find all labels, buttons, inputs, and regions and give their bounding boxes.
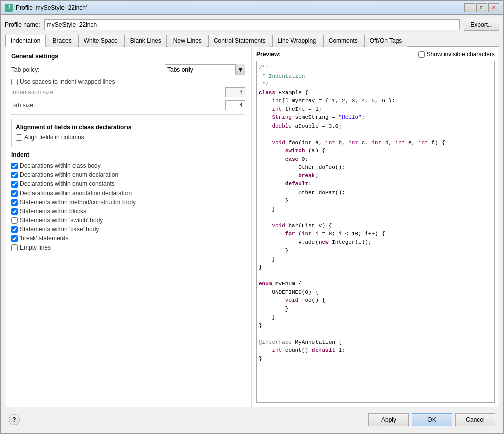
tabs-bar: Indentation Braces White Space Blank Lin… — [5, 34, 499, 47]
indent-item-0: Declarations within class body — [11, 162, 245, 169]
indent-checkbox-7[interactable] — [11, 226, 18, 233]
code-line — [259, 272, 492, 280]
main-window: J Profile 'mySeStyle_22inch' _ □ ✕ Profi… — [0, 0, 504, 434]
tab-policy-select[interactable]: Tabs only Spaces only Mixed — [165, 64, 245, 75]
indent-label-0: Declarations within class body — [20, 162, 101, 169]
code-line: * Indentation — [259, 72, 492, 81]
code-line: void bar(List v) { — [259, 222, 492, 230]
code-line: double aDouble = 3.0; — [259, 122, 492, 131]
export-button[interactable]: Export... — [464, 19, 499, 31]
code-line: void foo(int a, int b, int c, int d, int… — [259, 139, 492, 147]
profile-name-input[interactable] — [44, 19, 460, 30]
indent-checkbox-1[interactable] — [11, 172, 18, 178]
code-line: UNDEFINED(0) { — [259, 288, 492, 297]
settings-panel: General settings Tab policy: Tabs only S… — [5, 47, 252, 407]
apply-button[interactable]: Apply — [368, 413, 409, 426]
preview-area[interactable]: /** * Indentation */ class Example { int… — [256, 61, 495, 403]
alignment-title: Alignment of fields in class declaration… — [16, 123, 241, 131]
main-panel: Indentation Braces White Space Blank Lin… — [5, 34, 499, 407]
window-icon: J — [5, 4, 13, 12]
indentation-size-row: Indentation size: — [11, 87, 245, 97]
tab-comments[interactable]: Comments — [323, 35, 363, 47]
indent-checkbox-5[interactable] — [11, 208, 18, 215]
code-line: Other.doBaz(); — [259, 189, 492, 197]
help-button[interactable]: ? — [9, 414, 20, 425]
tab-new-lines[interactable]: New Lines — [168, 35, 207, 47]
ok-button[interactable]: OK — [412, 413, 452, 426]
maximize-button[interactable]: □ — [476, 3, 487, 12]
indent-checkbox-6[interactable] — [11, 217, 18, 224]
title-bar-controls: _ □ ✕ — [464, 3, 499, 12]
indentation-size-label: Indentation size: — [11, 89, 221, 96]
indent-item-6: Statements within 'switch' body — [11, 217, 245, 224]
code-line: class Example { — [259, 89, 492, 97]
code-line: for (int i = 0; i < 10; i++) { — [259, 230, 492, 238]
tab-size-input[interactable] — [225, 100, 245, 110]
indent-item-8: 'break' statements — [11, 235, 245, 242]
code-line: enum MyEnum { — [259, 280, 492, 288]
align-fields-row: Align fields in columns — [16, 134, 241, 141]
indent-checkbox-0[interactable] — [11, 163, 18, 169]
code-line: default: — [259, 180, 492, 189]
code-line: } — [259, 197, 492, 205]
indent-checkbox-9[interactable] — [11, 244, 18, 251]
close-button[interactable]: ✕ — [488, 3, 499, 12]
indent-checkbox-4[interactable] — [11, 199, 18, 206]
code-line: switch (a) { — [259, 147, 492, 155]
tab-blank-lines[interactable]: Blank Lines — [124, 35, 167, 47]
code-line: /** — [259, 64, 492, 72]
divider-1 — [11, 114, 245, 115]
indent-label-3: Declarations within annotation declarati… — [20, 190, 132, 197]
code-line — [259, 330, 492, 338]
use-spaces-label: Use spaces to indent wrapped lines — [20, 78, 115, 85]
tab-braces[interactable]: Braces — [47, 35, 77, 47]
indent-label-9: Empty lines — [20, 244, 51, 251]
indent-item-1: Declarations within enum declaration — [11, 171, 245, 178]
window-content: Profile name: Export... Indentation Brac… — [1, 15, 503, 433]
tab-policy-select-wrapper: Tabs only Spaces only Mixed ▼ — [165, 64, 245, 75]
indentation-size-input[interactable] — [225, 87, 245, 97]
cancel-button[interactable]: Cancel — [455, 413, 495, 426]
code-line: int theInt = 1; — [259, 105, 492, 114]
panel-content: General settings Tab policy: Tabs only S… — [5, 47, 499, 407]
code-line: break; — [259, 172, 492, 180]
indent-item-5: Statements within blocks — [11, 208, 245, 215]
code-line: } — [259, 205, 492, 214]
code-line: } — [259, 255, 492, 264]
code-line — [259, 213, 492, 222]
bottom-buttons: Apply OK Cancel — [368, 413, 495, 426]
show-invisible-row: Show invisible characters — [418, 51, 495, 58]
indent-label-6: Statements within 'switch' body — [20, 217, 103, 224]
tab-control-statements[interactable]: Control Statements — [208, 35, 271, 47]
code-content: /** * Indentation */ class Example { int… — [259, 64, 492, 363]
indent-label-8: 'break' statements — [20, 235, 69, 242]
use-spaces-checkbox[interactable] — [11, 79, 18, 85]
show-invisible-label: Show invisible characters — [427, 51, 495, 58]
indent-label-2: Declarations within enum constants — [20, 180, 115, 188]
code-line: int[] myArray = { 1, 2, 3, 4, 5, 6 }; — [259, 97, 492, 105]
window-title: Profile 'mySeStyle_22inch' — [16, 4, 464, 11]
code-line: String someString = "Hello"; — [259, 113, 492, 122]
code-line: */ — [259, 80, 492, 89]
indent-checkbox-2[interactable] — [11, 181, 18, 188]
align-fields-checkbox[interactable] — [16, 134, 22, 141]
tab-line-wrapping[interactable]: Line Wrapping — [272, 35, 322, 47]
use-spaces-row: Use spaces to indent wrapped lines — [11, 78, 245, 85]
code-line: int count() default 1; — [259, 346, 492, 355]
code-line: v.add(new Integer(i)); — [259, 238, 492, 247]
tab-indentation[interactable]: Indentation — [5, 35, 46, 47]
tab-white-space[interactable]: White Space — [78, 35, 123, 47]
tab-off-on-tags[interactable]: Off/On Tags — [364, 35, 408, 47]
title-bar: J Profile 'mySeStyle_22inch' _ □ ✕ — [1, 1, 503, 15]
code-line: } — [259, 355, 492, 363]
indent-item-3: Declarations within annotation declarati… — [11, 190, 245, 197]
code-line: @interface MyAnnotation { — [259, 338, 492, 347]
profile-row: Profile name: Export... — [5, 19, 499, 31]
indent-checkbox-3[interactable] — [11, 190, 18, 197]
code-line: Other.doFoo(); — [259, 163, 492, 172]
indent-checkbox-8[interactable] — [11, 235, 18, 242]
tab-policy-label: Tab policy: — [11, 66, 161, 73]
show-invisible-checkbox[interactable] — [418, 51, 425, 58]
minimize-button[interactable]: _ — [464, 3, 475, 12]
preview-label: Preview: — [256, 51, 281, 58]
